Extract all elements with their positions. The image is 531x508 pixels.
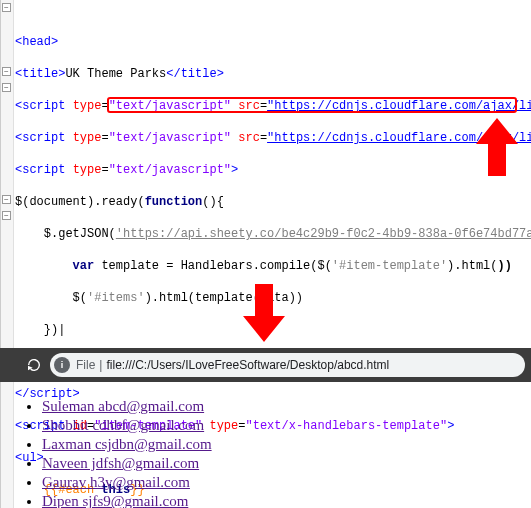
code-line: $(document).ready(function(){ <box>15 194 527 210</box>
list-item: Dipen sjfs9@gmail.com <box>42 493 531 508</box>
fold-icon[interactable]: − <box>2 83 11 92</box>
fold-icon[interactable]: − <box>2 3 11 12</box>
list-item: Suleman abcd@gmail.com <box>42 398 531 415</box>
list-item: Gaurav h3y@gmail.com <box>42 474 531 491</box>
list-link[interactable]: Dipen sjfs9@gmail.com <box>42 493 188 508</box>
list-link[interactable]: Gaurav h3y@gmail.com <box>42 474 190 490</box>
list-link[interactable]: Naveen jdfsh@gmail.com <box>42 455 199 471</box>
reload-icon[interactable] <box>26 357 42 373</box>
url-separator: | <box>99 358 102 372</box>
code-line: <head> <box>15 34 527 50</box>
list-link[interactable]: Shobhit cdhbf@gmail.com <box>42 417 204 433</box>
list-link[interactable]: Laxman csjdbn@gmail.com <box>42 436 212 452</box>
browser-toolbar: i File | file:///C:/Users/ILoveFreeSoftw… <box>0 348 531 382</box>
code-line: var template = Handlebars.compile($('#it… <box>15 258 527 274</box>
code-line: $.getJSON('https://api.sheety.co/be4c29b… <box>15 226 527 242</box>
rendered-page: Suleman abcd@gmail.com Shobhit cdhbf@gma… <box>0 382 531 508</box>
fold-icon[interactable]: − <box>2 195 11 204</box>
info-icon[interactable]: i <box>54 357 70 373</box>
list-item: Shobhit cdhbf@gmail.com <box>42 417 531 434</box>
fold-icon[interactable]: − <box>2 211 11 220</box>
list-item: Laxman csjdbn@gmail.com <box>42 436 531 453</box>
url-scheme: File <box>76 358 95 372</box>
svg-marker-1 <box>243 284 285 342</box>
code-line: <script type="text/javascript" src="http… <box>15 130 527 146</box>
code-line: <script type="text/javascript" src="http… <box>15 98 527 114</box>
fold-icon[interactable]: − <box>2 67 11 76</box>
arrow-up-icon <box>476 118 518 176</box>
result-list: Suleman abcd@gmail.com Shobhit cdhbf@gma… <box>42 398 531 508</box>
arrow-down-icon <box>243 284 285 342</box>
code-line: <title>UK Theme Parks</title> <box>15 66 527 82</box>
url-bar[interactable]: i File | file:///C:/Users/ILoveFreeSoftw… <box>50 353 525 377</box>
code-line: <script type="text/javascript"> <box>15 162 527 178</box>
svg-marker-0 <box>476 118 518 176</box>
list-item: Naveen jdfsh@gmail.com <box>42 455 531 472</box>
list-link[interactable]: Suleman abcd@gmail.com <box>42 398 204 414</box>
url-path: file:///C:/Users/ILoveFreeSoftware/Deskt… <box>106 358 389 372</box>
